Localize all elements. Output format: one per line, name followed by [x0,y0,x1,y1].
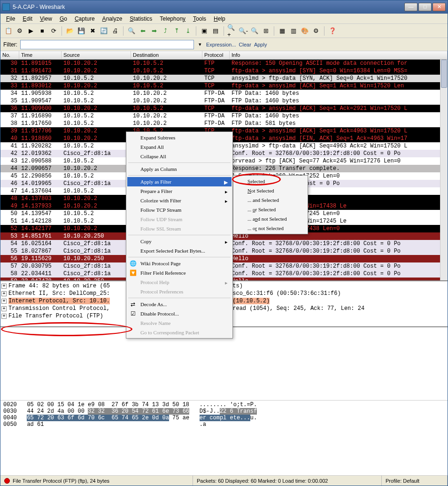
cm-export-bytes[interactable]: Export Selected Packet Bytes... [127,246,232,255]
cm-follow-tcp[interactable]: Follow TCP Stream [127,205,232,215]
tb-first-icon[interactable]: ⤒ [171,26,182,36]
menu-telephony[interactable]: Telephony [156,15,189,23]
maximize-button[interactable]: □ [418,3,432,11]
col-destination[interactable]: Destination [131,51,202,59]
expand-icon[interactable]: + [1,291,7,296]
cm-decode-as[interactable]: ⇄Decode As... [127,300,232,309]
wireshark-window: 5-A.CAP - Wireshark — □ ✕ File Edit View… [0,0,448,486]
table-row[interactable]: 3611.90960010.10.20.210.10.5.2TCPftp-dat… [0,105,448,112]
tb-options-icon[interactable]: ⚙ [15,26,25,36]
col-info[interactable]: Info [230,51,448,59]
menu-statistics[interactable]: Statistics [126,15,156,23]
col-no[interactable]: No. [0,51,19,59]
filter-dropdown-icon[interactable]: ▾ [197,41,203,47]
table-row[interactable]: 3311.89301210.10.20.210.10.5.2TCPftp-dat… [0,82,448,90]
cm-field-ref[interactable]: 🔽Filter Field Reference [127,268,232,278]
table-row[interactable]: 3411.90593810.10.5.210.10.20.2FTP-DAFTP … [0,90,448,97]
col-protocol[interactable]: Protocol [202,51,230,59]
cm-proto-help: Protocol Help▸ [127,278,232,287]
minimize-button[interactable]: — [404,3,417,11]
tb-autoscroll-icon[interactable]: ▤ [210,26,221,36]
sm-or-selected[interactable]: ... or Selected [234,205,307,214]
tb-colorrules-icon[interactable]: 🎨 [300,26,310,36]
expand-icon[interactable]: + [1,299,7,304]
menu-file[interactable]: File [2,15,19,23]
table-row[interactable]: 3811.91765010.10.5.210.10.20.2FTP-DAFTP … [0,120,448,127]
expand-icon[interactable]: + [1,314,7,319]
tb-help-icon[interactable]: ❓ [327,26,338,36]
cm-apply-column[interactable]: Apply as Column [127,164,232,174]
tb-goto-icon[interactable]: ⤴ [160,26,170,36]
col-source[interactable]: Source [62,51,131,59]
cm-expand-all[interactable]: Expand All [127,142,232,152]
menu-edit[interactable]: Edit [19,15,36,23]
menu-help[interactable]: Help [210,15,229,23]
tb-reload-icon[interactable]: 🔄 [99,26,109,36]
filter-apply[interactable]: Apply [254,42,267,47]
filter-icon: 🔽 [129,270,137,277]
status-middle: Packets: 60 Displayed: 60 Marked: 0 Load… [197,478,328,484]
menubar: File Edit View Go Capture Analyze Statis… [0,14,448,24]
tb-zoom100-icon[interactable]: 🔍 [249,26,260,36]
cm-expand-subtrees[interactable]: Expand Subtrees [127,133,232,142]
close-button[interactable]: ✕ [433,3,446,11]
filter-clear[interactable]: Clear [239,42,251,47]
toolbar: 📋 ⚙ ▶ ■ ⟳ 📂 💾 ✖ 🔄 🖨 🔍 ⬅ ➡ ⤴ ⤒ ⤓ ▣ ▤ 🔍+ 🔍… [0,24,448,38]
status-led-icon [4,478,10,484]
tb-dispfilter-icon[interactable]: ▥ [288,26,299,36]
cm-disable-proto[interactable]: ☑Disable Protocol... [127,309,232,318]
menu-capture[interactable]: Capture [71,15,99,23]
tb-zoomin-icon[interactable]: 🔍+ [227,26,237,36]
tb-save-icon[interactable]: 💾 [76,26,86,36]
tb-zoomout-icon[interactable]: 🔍- [238,26,248,36]
tb-back-icon[interactable]: ⬅ [138,26,148,36]
menu-go[interactable]: Go [56,15,71,23]
tb-resize-icon[interactable]: ⊞ [261,26,271,36]
window-title: 5-A.CAP - Wireshark [12,4,403,10]
table-row[interactable]: 3511.90954710.10.5.210.10.20.2FTP-DAFTP … [0,97,448,105]
packet-scrollbar[interactable] [440,60,448,280]
table-row[interactable]: 3211.89295710.10.5.210.10.20.2TCPansyslm… [0,75,448,82]
tb-capfilter-icon[interactable]: ▦ [277,26,287,36]
col-time[interactable]: Time [19,51,62,59]
menu-analyze[interactable]: Analyze [99,15,126,23]
tb-print-icon[interactable]: 🖨 [110,26,120,36]
menu-view[interactable]: View [36,15,56,23]
cm-wiki[interactable]: 🌐Wiki Protocol Page [127,259,232,268]
sm-or-not-selected[interactable]: ... or not Selected [234,224,307,233]
tb-find-icon[interactable]: 🔍 [126,26,137,36]
table-row[interactable]: 3111.89147310.10.20.210.10.5.2TCPftp-dat… [0,67,448,75]
check-icon: ☑ [129,310,137,318]
tb-restart-icon[interactable]: ⟳ [48,26,59,36]
cm-apply-filter[interactable]: Apply as Filter▶ [127,177,232,186]
menu-tools[interactable]: Tools [189,15,210,23]
tb-forward-icon[interactable]: ➡ [149,26,159,36]
filter-expression[interactable]: Expression... [206,42,236,47]
tb-interfaces-icon[interactable]: 📋 [3,26,14,36]
tb-open-icon[interactable]: 📂 [65,26,75,36]
sm-not-selected[interactable]: Not Selected [234,186,307,195]
table-row[interactable]: 3711.91689010.10.5.210.10.20.2FTP-DAFTP … [0,112,448,120]
tb-colorize-icon[interactable]: ▣ [199,26,209,36]
table-row[interactable]: 3011.89101510.10.20.210.10.5.2FTPRespons… [0,60,448,67]
sm-and-selected[interactable]: ... and Selected [234,195,307,205]
cm-colorize[interactable]: Colorize with Filter▸ [127,196,232,205]
tb-prefs-icon[interactable]: ⚙ [311,26,321,36]
tb-last-icon[interactable]: ⤓ [183,26,193,36]
expand-icon[interactable]: + [1,306,7,311]
tb-close-icon[interactable]: ✖ [87,26,98,36]
sm-selected[interactable]: Selected [234,177,307,186]
cm-prepare-filter[interactable]: Prepare a Filter▸ [127,186,232,196]
hex-pane[interactable]: 0020 05 02 00 15 04 1e e9 08 27 6f 3b 74… [0,400,448,475]
filter-input[interactable] [20,40,194,49]
sm-and-not-selected[interactable]: ... and not Selected [234,214,307,224]
statusbar: File Transfer Protocol (FTP) (ftp), 24 b… [0,475,448,486]
tb-stop-icon[interactable]: ■ [37,26,47,36]
status-right: Profile: Default [386,478,419,484]
cm-collapse-all[interactable]: Collapse All [127,152,232,161]
filterbar: Filter: ▾ Expression... Clear Apply [0,38,448,51]
tb-start-icon[interactable]: ▶ [26,26,36,36]
cm-resolve: Resolve Name [127,318,232,328]
expand-icon[interactable]: + [1,284,7,289]
cm-copy[interactable]: Copy▸ [127,237,232,246]
